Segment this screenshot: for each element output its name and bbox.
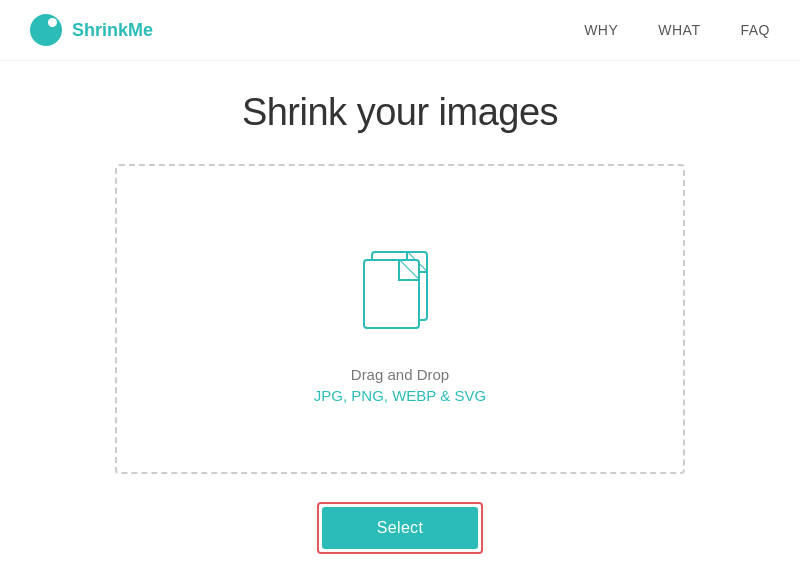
nav-why[interactable]: WHY [584, 22, 618, 38]
page-title: Shrink your images [242, 91, 558, 134]
select-button-wrapper: Select [317, 502, 483, 554]
svg-rect-1 [364, 260, 419, 328]
logo-icon [30, 14, 62, 46]
logo-text: ShrinkMe [72, 20, 153, 41]
logo: ShrinkMe [30, 14, 153, 46]
drag-drop-label: Drag and Drop [351, 366, 449, 383]
select-button[interactable]: Select [322, 507, 478, 549]
file-types-label: JPG, PNG, WEBP & SVG [314, 387, 486, 404]
nav-faq[interactable]: FAQ [740, 22, 770, 38]
nav-what[interactable]: WHAT [658, 22, 700, 38]
drop-zone[interactable]: Drag and Drop JPG, PNG, WEBP & SVG [115, 164, 685, 474]
main-nav: WHY WHAT FAQ [584, 22, 770, 38]
file-icon [350, 234, 450, 348]
